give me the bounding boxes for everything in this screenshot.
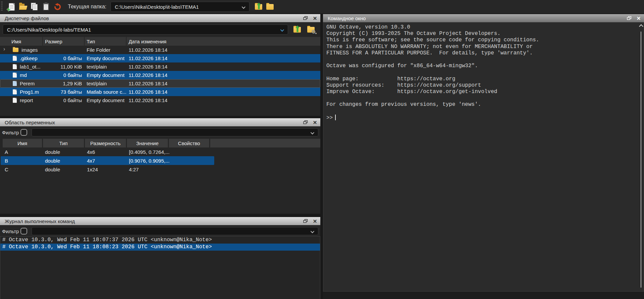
file-date-cell: 11.02.2026 18:14 — [127, 55, 320, 61]
column-header-dims[interactable]: Размерность — [85, 139, 127, 147]
toolbar-drag-handle[interactable] — [1, 2, 3, 12]
var-value-cell: [0.9076, 0.9095,... — [128, 158, 170, 164]
console-line: There is ABSOLUTELY NO WARRANTY; not eve… — [326, 44, 637, 50]
undock-button[interactable] — [302, 15, 309, 21]
file-type-cell: Matlab source c... — [85, 89, 127, 95]
file-browser-titlebar: Диспетчер файлов ✕ — [0, 14, 320, 22]
file-row[interactable]: Perem 1,29 KiB text/plain 11.02.2026 18:… — [0, 79, 320, 88]
file-path-combobox[interactable]: C:/Users/Nika/Desktop/it-labs/TEMA1 — [3, 25, 288, 35]
close-icon: ✕ — [637, 16, 641, 21]
console-line: Home page: https://octave.org — [326, 76, 637, 82]
column-header-size[interactable]: Размер — [43, 37, 85, 46]
var-name-cell: A — [3, 149, 44, 155]
console-output[interactable]: GNU Octave, version 10.3.0 Copyright (C)… — [326, 24, 637, 290]
console-line: Improve Octave: https://octave.org/get-i… — [326, 89, 637, 95]
browse-folder-button[interactable] — [264, 1, 276, 12]
folder-actions-button[interactable]: ⚙ ▾ — [306, 26, 316, 34]
vertical-scrollbar[interactable] — [638, 23, 643, 292]
var-dims-cell: 4x7 — [86, 158, 128, 164]
column-header-type[interactable]: Тип — [43, 139, 85, 147]
filter-combobox[interactable] — [32, 227, 318, 235]
close-button[interactable]: ✕ — [312, 15, 318, 21]
command-window-panel: Командное окно ✕ GNU Octave, version 10.… — [323, 14, 644, 299]
file-row[interactable]: Prog1.m 73 байты Matlab source c... 11.0… — [0, 88, 320, 96]
workspace-panel: Область переменных ✕ Фильтр Имя — [0, 118, 320, 214]
undock-button[interactable] — [302, 119, 309, 125]
column-header-type[interactable]: Тип — [85, 37, 127, 46]
file-browser-toolbar: C:/Users/Nika/Desktop/it-labs/TEMA1 ⚙ ▾ — [3, 25, 318, 35]
paste-icon — [43, 3, 49, 10]
close-button[interactable]: ✕ — [635, 15, 642, 21]
paste-button[interactable] — [40, 1, 52, 12]
undock-button[interactable] — [302, 218, 309, 224]
command-history-titlebar: Журнал выполненных команд ✕ — [0, 217, 320, 225]
undock-icon — [303, 16, 308, 20]
workspace-titlebar: Область переменных ✕ — [0, 118, 320, 126]
new-script-button[interactable]: + — [6, 1, 17, 12]
prompt: >> — [326, 115, 333, 121]
scroll-up-icon[interactable] — [639, 24, 643, 28]
expander-icon[interactable]: › — [3, 47, 5, 52]
main-toolbar: + Текущая папка: C:\Users\Nika\Desktop\i… — [0, 0, 644, 13]
chevron-down-icon — [311, 131, 314, 134]
column-header-value[interactable]: Значение — [127, 139, 169, 147]
column-header-name[interactable]: Имя — [0, 37, 43, 46]
var-type-cell: double — [44, 167, 86, 172]
folder-up-button[interactable] — [253, 1, 264, 12]
panel-title: Область переменных — [5, 120, 300, 125]
file-size-cell: 1,29 KiB — [43, 81, 85, 86]
open-file-button[interactable] — [17, 1, 29, 12]
close-icon: ✕ — [313, 16, 317, 21]
current-folder-label: Текущая папка: — [68, 4, 106, 10]
file-table-body: › images File Folder 11.02.2026 18:14 .g… — [0, 46, 320, 104]
file-path-value: C:/Users/Nika/Desktop/it-labs/TEMA1 — [3, 27, 91, 33]
console-line: GNU Octave, version 10.3.0 — [326, 24, 637, 31]
file-row[interactable]: md 0 байты Empty document 11.02.2026 18:… — [0, 71, 320, 79]
current-folder-value: C:\Users\Nika\Desktop\it-labs\TEMA1 — [111, 4, 199, 10]
variable-row[interactable]: B double 4x7 [0.9076, 0.9095,... — [1, 156, 214, 165]
column-header-name[interactable]: Имя — [3, 139, 43, 147]
scrollbar-thumb[interactable] — [641, 32, 641, 288]
console-line — [326, 69, 637, 76]
file-date-cell: 11.02.2026 18:14 — [127, 97, 320, 103]
copy-button[interactable] — [29, 1, 40, 12]
history-list: # Octave 10.3.0, Wed Feb 11 18:07:37 202… — [0, 236, 320, 299]
column-header-attr[interactable]: Свойство — [169, 139, 210, 147]
column-header-filler — [210, 139, 320, 147]
left-dock-area: Диспетчер файлов ✕ C:/Users/Nika/Desktop… — [0, 13, 320, 299]
history-entry[interactable]: # Octave 10.3.0, Wed Feb 11 18:07:37 202… — [0, 237, 320, 244]
close-button[interactable]: ✕ — [312, 218, 318, 224]
filter-combobox[interactable] — [32, 128, 318, 136]
undock-button[interactable] — [626, 15, 633, 21]
history-entry[interactable]: # Octave 10.3.0, Wed Feb 11 18:08:23 202… — [0, 244, 320, 251]
workspace-table-body: A double 4x6 [0.4095, 0.7264,... B doubl… — [0, 147, 320, 174]
undo-button[interactable] — [52, 1, 63, 12]
console-line: For changes from previous versions, type… — [326, 101, 637, 108]
variable-row[interactable]: C double 1x24 4:27 — [1, 165, 214, 174]
undo-icon — [54, 3, 61, 11]
variable-row[interactable]: A double 4x6 [0.4095, 0.7264,... — [1, 147, 214, 156]
var-name-cell: B — [3, 158, 44, 164]
file-row[interactable]: .gitkeep 0 байты Empty document 11.02.20… — [0, 54, 320, 62]
filter-checkbox[interactable] — [20, 228, 27, 234]
file-icon — [13, 89, 17, 94]
current-folder-combobox[interactable]: C:\Users\Nika\Desktop\it-labs\TEMA1 — [110, 2, 249, 12]
file-name: Prog1.m — [20, 89, 39, 95]
column-header-date[interactable]: Дата изменения — [127, 37, 320, 46]
file-date-cell: 11.02.2026 18:14 — [127, 64, 320, 70]
undock-icon — [303, 219, 308, 223]
file-type-cell: File Folder — [85, 47, 127, 53]
command-window-body[interactable]: GNU Octave, version 10.3.0 Copyright (C)… — [323, 22, 644, 292]
file-row[interactable]: report 0 байты Empty document 11.02.2026… — [0, 96, 320, 104]
folder-up-button[interactable] — [292, 26, 302, 34]
file-name-cell: Prog1.m — [0, 89, 43, 95]
file-row[interactable]: lab1_ot... 11,00 KiB text/plain 11.02.20… — [0, 62, 320, 71]
file-name-cell: lab1_ot... — [0, 64, 43, 70]
workspace-table-header: Имя Тип Размерность Значение Свойство — [0, 139, 320, 147]
console-line: FITNESS FOR A PARTICULAR PURPOSE. For de… — [326, 50, 637, 56]
file-row[interactable]: › images File Folder 11.02.2026 18:14 — [0, 46, 320, 54]
panel-title: Диспетчер файлов — [5, 15, 300, 21]
close-button[interactable]: ✕ — [312, 119, 318, 125]
filter-checkbox[interactable] — [20, 129, 27, 136]
plus-icon: + — [7, 6, 10, 12]
